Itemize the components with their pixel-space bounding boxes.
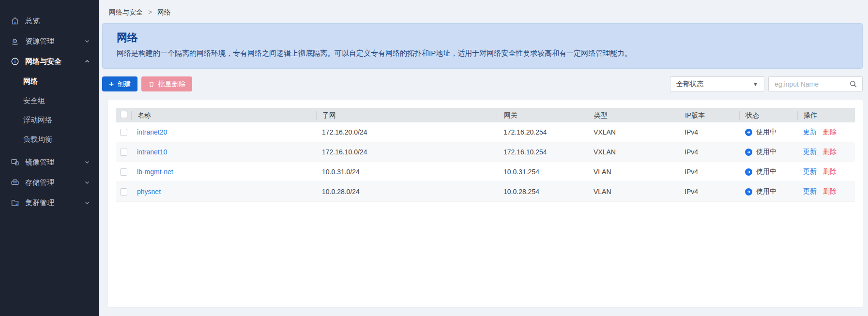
- sidebar-subitem-label: 负载均衡: [23, 135, 52, 144]
- type-value: VXLAN: [588, 148, 679, 156]
- update-link[interactable]: 更新: [803, 148, 817, 155]
- table-header: 名称 子网 网关 类型 IP版本 状态 操作: [116, 108, 855, 122]
- sidebar-item-network-security[interactable]: 网络与安全: [0, 51, 99, 72]
- status-in-use-icon: [745, 129, 752, 136]
- cluster-icon: [11, 198, 19, 207]
- network-name-link[interactable]: intranet20: [137, 128, 167, 136]
- toolbar: + 创建 批量删除 全部状态 ▼: [102, 76, 863, 91]
- update-link[interactable]: 更新: [803, 187, 817, 195]
- col-header-type: 类型: [588, 111, 679, 120]
- chevron-down-icon: [84, 38, 90, 44]
- status-filter-value: 全部状态: [676, 80, 703, 89]
- row-checkbox[interactable]: [120, 168, 127, 176]
- row-checkbox[interactable]: [120, 129, 127, 136]
- sidebar-subitem-load-balancer[interactable]: 负载均衡: [0, 130, 99, 149]
- network-name-link[interactable]: intranet10: [137, 148, 167, 156]
- search-input[interactable]: [775, 80, 849, 88]
- update-link[interactable]: 更新: [803, 167, 817, 175]
- sidebar: 总览 资源管理 网络与安全 网络 安全组 浮动网络: [0, 0, 99, 316]
- subnet-value: 172.16.10.0/24: [316, 148, 498, 156]
- network-name-link[interactable]: physnet: [137, 188, 161, 196]
- page-description: 网络是构建的一个隔离的网络环境，专有网络之间逻辑上彻底隔离。可以自定义专有网络的…: [117, 49, 851, 58]
- sidebar-item-cluster[interactable]: 集群管理: [0, 193, 99, 213]
- status-label: 使用中: [756, 187, 777, 196]
- gateway-value: 172.16.10.254: [498, 148, 588, 156]
- subnet-value: 10.0.28.0/24: [316, 188, 498, 196]
- images-icon: [11, 158, 19, 166]
- sidebar-subitem-security-group[interactable]: 安全组: [0, 91, 99, 110]
- resource-icon: [11, 37, 19, 45]
- ip-version-value: IPv4: [679, 128, 739, 136]
- table-row: physnet 10.0.28.0/24 10.0.28.254 VLAN IP…: [116, 182, 855, 202]
- sidebar-item-label: 网络与安全: [25, 57, 84, 66]
- sidebar-item-overview[interactable]: 总览: [0, 11, 99, 31]
- sidebar-item-images[interactable]: 镜像管理: [0, 152, 99, 172]
- sidebar-item-label: 总览: [25, 16, 90, 26]
- chevron-down-icon: [84, 200, 90, 206]
- chevron-down-icon: ▼: [753, 81, 758, 87]
- breadcrumb-current: 网络: [157, 8, 171, 16]
- table-row: intranet10 172.16.10.0/24 172.16.10.254 …: [116, 142, 855, 162]
- status-filter-select[interactable]: 全部状态 ▼: [670, 76, 764, 91]
- sidebar-item-resources[interactable]: 资源管理: [0, 31, 99, 51]
- chevron-up-icon: [84, 59, 90, 64]
- type-value: VXLAN: [588, 128, 679, 136]
- col-header-name: 名称: [131, 111, 316, 120]
- page-title: 网络: [117, 31, 851, 44]
- gateway-value: 172.16.20.254: [498, 128, 588, 136]
- sidebar-item-label: 存储管理: [25, 178, 84, 187]
- select-all-checkbox[interactable]: [120, 111, 127, 118]
- subnet-value: 172.16.20.0/24: [316, 128, 498, 136]
- app-window: 总览 资源管理 网络与安全 网络 安全组 浮动网络: [0, 0, 868, 316]
- sidebar-subitem-label: 网络: [23, 77, 38, 86]
- create-button[interactable]: + 创建: [102, 76, 137, 91]
- update-link[interactable]: 更新: [803, 128, 817, 135]
- delete-link[interactable]: 删除: [823, 167, 837, 175]
- type-value: VLAN: [588, 188, 679, 196]
- gauge-icon: [11, 57, 19, 66]
- plus-icon: +: [109, 80, 114, 88]
- breadcrumb: 网络与安全 > 网络: [102, 0, 863, 23]
- chevron-down-icon: [84, 180, 90, 185]
- status-in-use-icon: [745, 149, 752, 156]
- status-label: 使用中: [756, 128, 777, 136]
- sidebar-subitem-label: 浮动网络: [23, 116, 52, 125]
- ip-version-value: IPv4: [679, 188, 739, 196]
- gateway-value: 10.0.28.254: [498, 188, 588, 196]
- col-header-gateway: 网关: [498, 111, 588, 120]
- delete-link[interactable]: 删除: [823, 187, 837, 195]
- delete-link[interactable]: 删除: [823, 148, 837, 155]
- subnet-value: 10.0.31.0/24: [316, 168, 498, 176]
- sidebar-item-label: 镜像管理: [25, 158, 84, 167]
- col-header-subnet: 子网: [316, 111, 498, 120]
- search-icon[interactable]: [849, 80, 857, 88]
- storage-icon: [11, 178, 19, 187]
- search-box: [768, 76, 863, 91]
- sidebar-subitem-network[interactable]: 网络: [0, 72, 99, 91]
- ip-version-value: IPv4: [679, 168, 739, 176]
- batch-delete-button[interactable]: 批量删除: [141, 76, 192, 91]
- gateway-value: 10.0.31.254: [498, 168, 588, 176]
- delete-link[interactable]: 删除: [823, 128, 837, 135]
- sidebar-item-label: 集群管理: [25, 198, 84, 208]
- trash-icon: [148, 81, 155, 88]
- status-label: 使用中: [756, 148, 777, 156]
- status-in-use-icon: [745, 188, 752, 196]
- table-card: 名称 子网 网关 类型 IP版本 状态 操作 intranet20 172.16…: [108, 100, 863, 307]
- info-banner: 网络 网络是构建的一个隔离的网络环境，专有网络之间逻辑上彻底隔离。可以自定义专有…: [102, 23, 863, 69]
- sidebar-subitem-label: 安全组: [23, 96, 45, 105]
- table-row: lb-mgmt-net 10.0.31.0/24 10.0.31.254 VLA…: [116, 162, 855, 182]
- row-checkbox[interactable]: [120, 188, 127, 196]
- home-icon: [11, 16, 19, 25]
- network-name-link[interactable]: lb-mgmt-net: [137, 168, 173, 176]
- table-body: intranet20 172.16.20.0/24 172.16.20.254 …: [116, 122, 855, 202]
- row-checkbox[interactable]: [120, 149, 127, 156]
- chevron-down-icon: [84, 159, 90, 165]
- sidebar-item-label: 资源管理: [25, 37, 84, 46]
- main-content: 网络与安全 > 网络 网络 网络是构建的一个隔离的网络环境，专有网络之间逻辑上彻…: [99, 0, 868, 316]
- breadcrumb-parent[interactable]: 网络与安全: [109, 8, 143, 16]
- type-value: VLAN: [588, 168, 679, 176]
- sidebar-item-storage[interactable]: 存储管理: [0, 172, 99, 193]
- col-header-ip-version: IP版本: [679, 111, 739, 120]
- sidebar-subitem-floating-network[interactable]: 浮动网络: [0, 110, 99, 130]
